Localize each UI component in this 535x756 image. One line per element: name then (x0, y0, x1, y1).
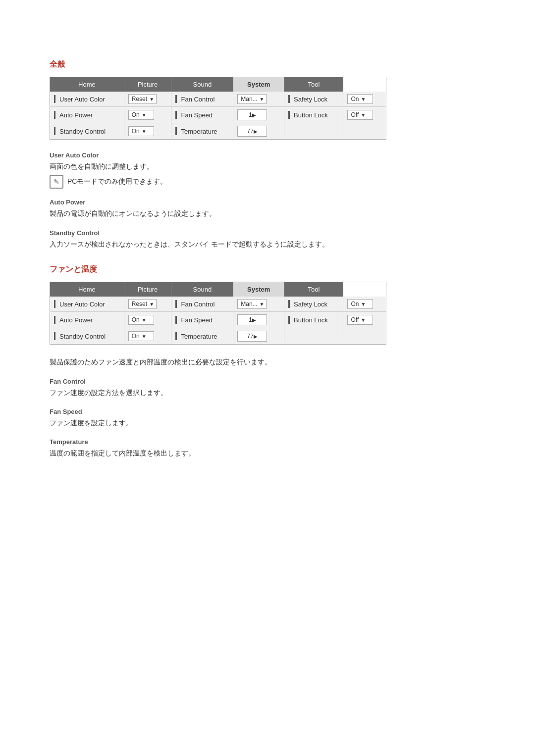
chevron-down-icon: ▼ (361, 302, 366, 307)
dropdown-safety-lock2[interactable]: On ▼ (347, 299, 373, 309)
desc-title-fan-speed: Fan Speed (50, 408, 485, 415)
ctrl-temperature[interactable]: 77 ▶ (233, 123, 284, 140)
ctrl-standby-control[interactable]: On ▼ (124, 123, 171, 140)
desc-text-fan-speed: ファン速度を設定します。 (50, 417, 485, 428)
ctrl-user-auto-color[interactable]: Reset ▼ (124, 92, 171, 107)
col3-row2: Button Lock (284, 312, 343, 328)
desc-text-standby-control: 入力ソースが検出されなかったときは、スタンバイ モードで起動するように設定します… (50, 239, 485, 250)
ctrl-user-auto-color2[interactable]: Reset ▼ (124, 297, 171, 312)
col3-row3-empty2 (343, 123, 386, 140)
dropdown-standby-control[interactable]: On ▼ (128, 126, 154, 136)
label-user-auto-color: User Auto Color (59, 96, 105, 103)
label-button-lock2: Button Lock (294, 316, 328, 324)
chevron-down-icon: ▼ (142, 334, 147, 339)
ctrl-safety-lock[interactable]: On ▼ (343, 92, 386, 107)
dropdown-fan-control[interactable]: Man... ▼ (237, 94, 267, 104)
col2-row2: Fan Speed (171, 312, 233, 328)
ctrl-safety-lock2[interactable]: On ▼ (343, 297, 386, 312)
ctrl-fan-speed2[interactable]: 1 ▶ (233, 312, 284, 328)
pc-mode-text: PCモードでのみ使用できます。 (67, 177, 167, 186)
col3-row3-empty (284, 328, 343, 345)
desc-text-fan-intro: 製品保護のためファン速度と内部温度の検出に必要な設定を行います。 (50, 356, 485, 367)
ctrl-fan-control[interactable]: Man... ▼ (233, 92, 284, 107)
dropdown-standby-control2[interactable]: On ▼ (128, 331, 154, 341)
label-fan-control: Fan Control (181, 96, 214, 103)
desc-title-auto-power: Auto Power (50, 199, 485, 206)
col2-row3: Temperature (171, 123, 233, 140)
section-fan-temp: ファンと温度 Home Picture Sound System Tool (50, 264, 485, 459)
label-standby-control2: Standby Control (59, 333, 106, 340)
label-temperature: Temperature (181, 128, 217, 135)
desc-text-auto-power: 製品の電源が自動的にオンになるように設定します。 (50, 208, 485, 219)
col2-row3: Temperature (171, 328, 233, 345)
desc-text-user-auto-color: 画面の色を自動的に調整します。 (50, 161, 485, 172)
tab-system[interactable]: System (233, 77, 284, 92)
dropdown-button-lock[interactable]: Off ▼ (347, 110, 373, 120)
desc-temperature: Temperature 温度の範囲を指定して内部温度を検出します。 (50, 438, 485, 458)
tab-sound[interactable]: Sound (171, 77, 233, 92)
dropdown-button-lock2[interactable]: Off ▼ (347, 315, 373, 325)
desc-fan-intro: 製品保護のためファン速度と内部温度の検出に必要な設定を行います。 (50, 356, 485, 367)
tab-tool[interactable]: Tool (284, 77, 343, 92)
ctrl-auto-power2[interactable]: On ▼ (124, 312, 171, 328)
ctrl-fan-speed[interactable]: 1 ▶ (233, 107, 284, 123)
col3-row3-empty (284, 123, 343, 140)
arrow-btn-temperature[interactable]: 77 ▶ (237, 126, 267, 137)
table-row: Standby Control On ▼ Temperature (50, 328, 386, 345)
dropdown-user-auto-color[interactable]: Reset ▼ (128, 94, 157, 104)
bar-icon (288, 95, 290, 103)
desc-title-user-auto-color: User Auto Color (50, 151, 485, 159)
bar-icon (288, 300, 290, 308)
desc-text-fan-control: ファン速度の設定方法を選択します。 (50, 387, 485, 398)
bar-icon (54, 111, 55, 119)
tab-home[interactable]: Home (50, 77, 124, 92)
bar-icon (175, 127, 177, 135)
chevron-down-icon: ▼ (260, 97, 265, 102)
tab2-system[interactable]: System (233, 282, 284, 297)
chevron-down-icon: ▼ (142, 317, 147, 323)
pc-mode-icon: ✎ (50, 175, 63, 189)
arrow-btn-temperature2[interactable]: 77 ▶ (237, 331, 267, 342)
ctrl-button-lock[interactable]: Off ▼ (343, 107, 386, 123)
tab2-tool[interactable]: Tool (284, 282, 343, 297)
col3-row1: Safety Lock (284, 92, 343, 107)
col2-row1: Fan Control (171, 92, 233, 107)
dropdown-auto-power[interactable]: On ▼ (128, 110, 154, 120)
tab2-picture[interactable]: Picture (124, 282, 171, 297)
tab2-sound[interactable]: Sound (171, 282, 233, 297)
dropdown-user-auto-color2[interactable]: Reset ▼ (128, 299, 157, 309)
label-safety-lock: Safety Lock (294, 96, 327, 103)
ctrl-auto-power[interactable]: On ▼ (124, 107, 171, 123)
desc-standby-control: Standby Control 入力ソースが検出されなかったときは、スタンバイ … (50, 229, 485, 250)
ctrl-standby-control2[interactable]: On ▼ (124, 328, 171, 345)
section-title-fan-temp: ファンと温度 (50, 264, 485, 275)
label-button-lock: Button Lock (294, 111, 328, 119)
bar-icon (54, 332, 55, 340)
col2-row2: Fan Speed (171, 107, 233, 123)
tab2-home[interactable]: Home (50, 282, 124, 297)
ctrl-temperature2[interactable]: 77 ▶ (233, 328, 284, 345)
label-temperature2: Temperature (181, 333, 217, 340)
chevron-down-icon: ▼ (361, 97, 366, 102)
chevron-down-icon: ▼ (142, 112, 147, 118)
ctrl-button-lock2[interactable]: Off ▼ (343, 312, 386, 328)
pc-mode-note: ✎ PCモードでのみ使用できます。 (50, 175, 485, 189)
chevron-down-icon: ▼ (149, 302, 154, 307)
arrow-btn-fan-speed[interactable]: 1 ▶ (237, 109, 267, 120)
col1-row2: Auto Power (50, 312, 124, 328)
bar-icon (54, 300, 55, 308)
section-general: 全般 Home Picture Sound System Tool (50, 59, 485, 250)
tab-picture[interactable]: Picture (124, 77, 171, 92)
arrow-btn-fan-speed2[interactable]: 1 ▶ (237, 314, 267, 325)
col1-row1: User Auto Color (50, 92, 124, 107)
dropdown-safety-lock[interactable]: On ▼ (347, 94, 373, 104)
col3-row1: Safety Lock (284, 297, 343, 312)
chevron-down-icon: ▼ (361, 317, 366, 323)
desc-text-temperature: 温度の範囲を指定して内部温度を検出します。 (50, 448, 485, 458)
bar-icon (54, 316, 55, 324)
col3-row3-empty2 (343, 328, 386, 345)
dropdown-fan-control2[interactable]: Man... ▼ (237, 299, 267, 309)
dropdown-auto-power2[interactable]: On ▼ (128, 315, 154, 325)
ctrl-fan-control2[interactable]: Man... ▼ (233, 297, 284, 312)
chevron-down-icon: ▼ (142, 129, 147, 134)
